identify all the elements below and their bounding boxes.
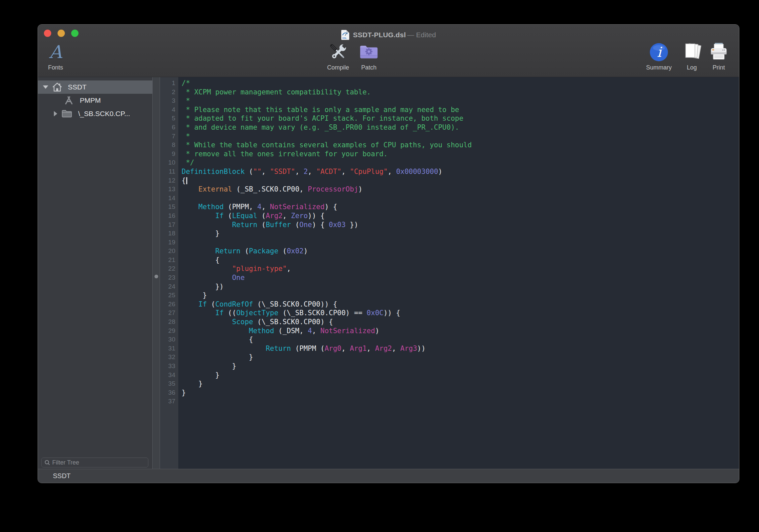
tree-item-pmpm[interactable]: PMPM	[38, 94, 152, 107]
code-line	[182, 194, 739, 203]
acpi-tree: SSDT PMPM	[38, 77, 152, 120]
line-numbers: 1234567891011121314151617181920212223242…	[160, 77, 178, 469]
code-line: * Please note that this table is only a …	[182, 105, 739, 114]
window-title-edited: — Edited	[407, 31, 436, 39]
code-line: * adapted to fit your board's ACPI stack…	[182, 114, 739, 123]
code-line: Return (PMPM (Arg0, Arg1, Arg2, Arg3))	[182, 344, 739, 353]
line-number: 30	[160, 335, 178, 344]
disclosure-down-icon[interactable]	[43, 85, 48, 89]
code-line: External (_SB_.SCK0.CP00, ProcessorObj)	[182, 185, 739, 194]
code-line: Scope (\_SB.SCK0.CP00) {	[182, 318, 739, 327]
line-number: 5	[160, 114, 178, 123]
line-number: 35	[160, 379, 178, 388]
line-number: 6	[160, 123, 178, 132]
line-number: 7	[160, 132, 178, 141]
line-number: 11	[160, 167, 178, 176]
summary-info-icon: i	[649, 42, 669, 62]
line-number: 27	[160, 309, 178, 318]
line-number: 16	[160, 211, 178, 220]
code-line	[182, 397, 739, 406]
house-icon	[52, 82, 63, 92]
summary-button[interactable]: i Summary	[642, 41, 676, 71]
splitter-handle[interactable]	[154, 275, 158, 278]
code-line: One	[182, 273, 739, 282]
content-area: SSDT PMPM	[38, 77, 739, 469]
doc-badge-label: DSL	[343, 37, 347, 39]
code-line: *	[182, 132, 739, 141]
code-line: If (CondRefOf (\_SB.SCK0.CP00)) {	[182, 300, 739, 309]
code-line: }	[182, 362, 739, 371]
compile-label: Compile	[327, 64, 349, 71]
window-chrome: DSL SSDT-PLUG.dsl— Edited A Fonts	[38, 25, 739, 77]
tree-item-label: PMPM	[80, 96, 101, 104]
code-line: "plugin-type",	[182, 264, 739, 273]
sidebar-splitter[interactable]	[152, 77, 160, 469]
code-line: /*	[182, 79, 739, 88]
summary-label: Summary	[646, 64, 672, 71]
line-number: 3	[160, 96, 178, 105]
line-number: 28	[160, 318, 178, 327]
tree-item-ssdt[interactable]: SSDT	[38, 80, 152, 94]
compile-button[interactable]: Compile	[322, 41, 354, 71]
line-number: 4	[160, 105, 178, 114]
code-line: }	[182, 371, 739, 380]
code-line: Method (PMPM, 4, NotSerialized) {	[182, 202, 739, 211]
line-number: 1	[160, 79, 178, 88]
fonts-button[interactable]: A Fonts	[41, 41, 71, 71]
line-number: 15	[160, 202, 178, 211]
log-button[interactable]: Log	[679, 41, 705, 71]
status-table-name: SSDT	[53, 472, 71, 480]
filter-tree-field[interactable]	[41, 458, 148, 467]
fonts-serif-a-icon: A	[49, 42, 62, 62]
log-pages-icon	[682, 42, 702, 62]
code-line: * and device name may vary (e.g. _SB_.PR…	[182, 123, 739, 132]
filter-tree-input[interactable]	[52, 459, 145, 466]
fonts-label: Fonts	[48, 64, 63, 71]
text-caret	[186, 177, 187, 184]
line-number: 36	[160, 388, 178, 397]
line-number: 33	[160, 362, 178, 371]
line-number: 32	[160, 353, 178, 362]
tree-item-label: SSDT	[68, 83, 86, 91]
status-bar: SSDT	[38, 469, 739, 483]
line-number: 22	[160, 264, 178, 273]
code-line: }	[182, 353, 739, 362]
tree-item-sb-sck0[interactable]: \_SB.SCK0.CP...	[38, 107, 152, 120]
line-number: 23	[160, 273, 178, 282]
print-label: Print	[712, 64, 725, 71]
log-label: Log	[687, 64, 697, 71]
window-title: SSDT-PLUG.dsl	[353, 31, 406, 39]
method-icon	[64, 95, 74, 105]
code-line: {	[182, 335, 739, 344]
dsl-document-icon: DSL	[341, 30, 350, 40]
code-line: *	[182, 96, 739, 105]
patch-button[interactable]: Patch	[354, 41, 384, 71]
source-editor: 1234567891011121314151617181920212223242…	[160, 77, 739, 469]
line-number: 24	[160, 282, 178, 291]
code-lines[interactable]: /* * XCPM power management compatibility…	[178, 77, 739, 469]
code-line	[182, 238, 739, 247]
line-number: 19	[160, 238, 178, 247]
line-number: 29	[160, 327, 178, 335]
code-line: * While the table contains several examp…	[182, 141, 739, 150]
code-line: * remove all the ones irrelevant for you…	[182, 150, 739, 159]
line-number: 8	[160, 141, 178, 150]
disclosure-right-icon[interactable]	[54, 111, 57, 116]
code-line: * XCPM power management compatibility ta…	[182, 88, 739, 97]
line-number: 26	[160, 300, 178, 309]
print-printer-icon	[709, 42, 729, 62]
code-line: }	[182, 379, 739, 388]
print-button[interactable]: Print	[705, 41, 732, 71]
tree-item-label: \_SB.SCK0.CP...	[78, 110, 130, 118]
code-line: DefinitionBlock ("", "SSDT", 2, "ACDT", …	[182, 167, 739, 176]
code-line: */	[182, 158, 739, 167]
code-line: }	[182, 291, 739, 300]
app-window: DSL SSDT-PLUG.dsl— Edited A Fonts	[38, 24, 739, 483]
code-line: }	[182, 388, 739, 397]
patch-folder-gear-icon	[359, 42, 379, 63]
code-line: If ((ObjectType (\_SB.SCK0.CP00) == 0x0C…	[182, 309, 739, 318]
line-number: 31	[160, 344, 178, 353]
line-number: 37	[160, 397, 178, 406]
compile-tools-icon	[328, 42, 349, 63]
line-number: 20	[160, 247, 178, 256]
